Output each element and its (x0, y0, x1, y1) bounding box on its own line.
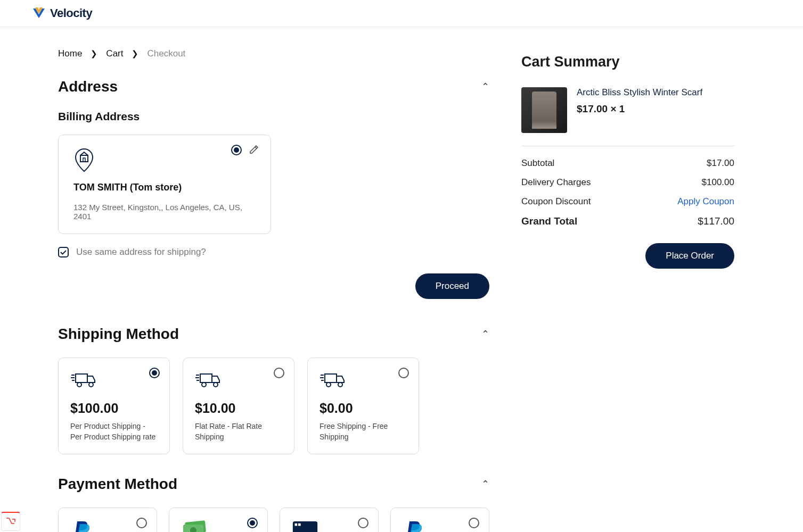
shipping-radio[interactable] (274, 368, 284, 378)
payment-section-head: Payment Method ⌃ (58, 476, 489, 493)
shipping-price: $10.00 (195, 401, 282, 416)
place-order-button[interactable]: Place Order (645, 243, 734, 269)
paypal-icon (73, 519, 94, 532)
payment-option[interactable] (280, 508, 379, 532)
svg-rect-0 (80, 155, 88, 162)
chevron-right-icon: ❯ (132, 49, 138, 59)
address-card[interactable]: TOM SMITH (Tom store) 132 My Street, Kin… (58, 135, 271, 234)
delivery-row: Delivery Charges $100.00 (521, 177, 734, 188)
payment-radio[interactable] (247, 518, 258, 528)
delivery-value: $100.00 (702, 177, 734, 188)
chevron-up-icon[interactable]: ⌃ (481, 81, 489, 93)
subtotal-value: $17.00 (707, 158, 734, 169)
logo[interactable]: Velocity (32, 6, 771, 20)
svg-rect-3 (76, 374, 87, 383)
shipping-section-head: Shipping Method ⌃ (58, 326, 489, 343)
laravel-debug-icon[interactable] (1, 512, 20, 531)
svg-point-5 (89, 383, 93, 387)
same-address-label: Use same address for shipping? (76, 247, 206, 257)
payment-radio[interactable] (469, 518, 479, 528)
subtotal-label: Subtotal (521, 158, 554, 169)
truck-icon (70, 370, 97, 389)
cart-item-price: $17.00 × 1 (577, 103, 702, 115)
card-icon (292, 520, 318, 532)
chevron-up-icon[interactable]: ⌃ (481, 478, 489, 490)
svg-point-16 (326, 383, 331, 387)
address-radio[interactable] (231, 145, 242, 155)
svg-rect-25 (295, 523, 298, 526)
svg-point-11 (214, 383, 218, 387)
same-address-row: Use same address for shipping? (58, 247, 489, 257)
truck-icon (195, 370, 222, 389)
truck-icon (319, 370, 346, 389)
breadcrumb-home[interactable]: Home (58, 48, 82, 59)
payment-option[interactable] (58, 508, 157, 532)
breadcrumb-cart[interactable]: Cart (106, 48, 123, 59)
address-title: Address (58, 78, 118, 95)
proceed-button[interactable]: Proceed (415, 273, 489, 299)
chevron-right-icon: ❯ (91, 49, 97, 59)
payment-radio[interactable] (358, 518, 368, 528)
breadcrumb: Home ❯ Cart ❯ Checkout (58, 48, 489, 59)
payment-option[interactable] (390, 508, 489, 532)
address-line: 132 My Street, Kingston,, Los Angeles, C… (73, 203, 256, 221)
paypal-icon (405, 519, 427, 532)
header: Velocity (0, 0, 803, 27)
location-icon (73, 148, 95, 172)
svg-rect-2 (59, 247, 68, 257)
logo-icon (32, 7, 46, 19)
checkbox-checked-icon[interactable] (58, 247, 69, 257)
shipping-desc: Flat Rate - Flat Rate Shipping (195, 421, 282, 442)
shipping-radio[interactable] (149, 368, 160, 378)
logo-text: Velocity (50, 6, 92, 20)
coupon-label: Coupon Discount (521, 196, 591, 207)
payment-option[interactable] (169, 508, 268, 532)
shipping-title: Shipping Method (58, 326, 179, 343)
shipping-desc: Free Shipping - Free Shipping (319, 421, 407, 442)
cart-item-thumbnail[interactable] (521, 87, 567, 133)
cash-icon (181, 519, 208, 532)
grand-total-label: Grand Total (521, 215, 577, 227)
svg-point-4 (77, 383, 81, 387)
edit-icon[interactable] (249, 145, 259, 154)
cart-summary-title: Cart Summary (521, 54, 734, 70)
svg-rect-15 (325, 374, 337, 383)
billing-address-title: Billing Address (58, 110, 489, 123)
grand-total-value: $117.00 (698, 215, 734, 227)
address-name: TOM SMITH (Tom store) (73, 182, 256, 193)
svg-point-17 (338, 383, 342, 387)
cart-item: Arctic Bliss Stylish Winter Scarf $17.00… (521, 87, 734, 133)
breadcrumb-checkout: Checkout (147, 48, 185, 59)
cart-item-name[interactable]: Arctic Bliss Stylish Winter Scarf (577, 87, 702, 98)
payment-radio[interactable] (136, 518, 147, 528)
apply-coupon-link[interactable]: Apply Coupon (677, 196, 734, 207)
shipping-price: $0.00 (319, 401, 407, 416)
divider (521, 146, 734, 146)
address-section-head: Address ⌃ (58, 78, 489, 95)
svg-rect-1 (83, 158, 85, 162)
shipping-option[interactable]: $10.00Flat Rate - Flat Rate Shipping (183, 358, 294, 454)
shipping-desc: Per Product Shipping - Per Product Shipp… (70, 421, 158, 442)
shipping-option[interactable]: $100.00Per Product Shipping - Per Produc… (58, 358, 170, 454)
coupon-row: Coupon Discount Apply Coupon (521, 196, 734, 207)
svg-point-10 (202, 383, 206, 387)
shipping-radio[interactable] (398, 368, 409, 378)
shipping-option[interactable]: $0.00Free Shipping - Free Shipping (307, 358, 419, 454)
chevron-up-icon[interactable]: ⌃ (481, 328, 489, 340)
svg-rect-9 (200, 374, 212, 383)
svg-rect-26 (298, 523, 301, 526)
svg-rect-24 (293, 521, 317, 532)
shipping-price: $100.00 (70, 401, 158, 416)
delivery-label: Delivery Charges (521, 177, 591, 188)
subtotal-row: Subtotal $17.00 (521, 158, 734, 169)
payment-title: Payment Method (58, 476, 177, 493)
grand-total-row: Grand Total $117.00 (521, 215, 734, 227)
